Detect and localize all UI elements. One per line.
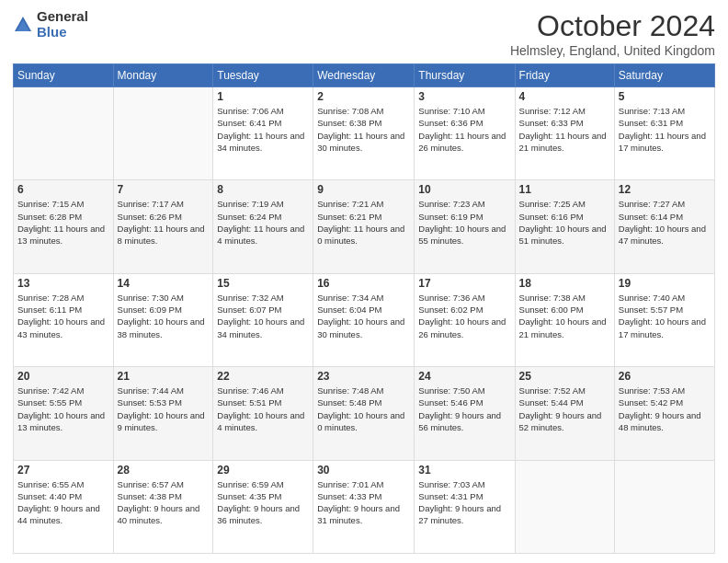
calendar-cell: 24Sunrise: 7:50 AMSunset: 5:46 PMDayligh… [415, 367, 515, 460]
day-detail: Sunrise: 7:03 AMSunset: 4:31 PMDaylight:… [418, 479, 501, 526]
day-number: 14 [118, 277, 210, 290]
day-number: 27 [17, 464, 109, 477]
calendar-cell: 16Sunrise: 7:34 AMSunset: 6:04 PMDayligh… [313, 273, 415, 366]
calendar-header-monday: Monday [113, 64, 213, 87]
calendar-header-row: SundayMondayTuesdayWednesdayThursdayFrid… [14, 64, 715, 87]
day-detail: Sunrise: 7:06 AMSunset: 6:41 PMDaylight:… [217, 106, 304, 153]
day-number: 10 [418, 183, 510, 196]
calendar-week-4: 20Sunrise: 7:42 AMSunset: 5:55 PMDayligh… [14, 367, 715, 460]
day-number: 5 [619, 90, 711, 103]
day-detail: Sunrise: 7:21 AMSunset: 6:21 PMDaylight:… [317, 199, 404, 246]
calendar-cell: 8Sunrise: 7:19 AMSunset: 6:24 PMDaylight… [213, 180, 313, 273]
day-number: 24 [418, 370, 510, 383]
header: General Blue October 2024 Helmsley, Engl… [13, 9, 715, 58]
day-number: 9 [317, 183, 410, 196]
day-number: 3 [418, 90, 510, 103]
day-number: 13 [17, 277, 109, 290]
calendar-cell: 15Sunrise: 7:32 AMSunset: 6:07 PMDayligh… [213, 273, 313, 366]
calendar-cell: 30Sunrise: 7:01 AMSunset: 4:33 PMDayligh… [313, 460, 415, 553]
calendar-cell: 13Sunrise: 7:28 AMSunset: 6:11 PMDayligh… [14, 273, 114, 366]
day-number: 2 [317, 90, 410, 103]
day-number: 20 [17, 370, 109, 383]
day-number: 19 [619, 277, 711, 290]
day-number: 26 [619, 370, 711, 383]
calendar-cell: 7Sunrise: 7:17 AMSunset: 6:26 PMDaylight… [113, 180, 213, 273]
day-number: 12 [619, 183, 711, 196]
day-number: 22 [217, 370, 309, 383]
calendar-cell: 2Sunrise: 7:08 AMSunset: 6:38 PMDaylight… [313, 87, 415, 180]
day-detail: Sunrise: 7:12 AMSunset: 6:33 PMDaylight:… [519, 106, 607, 153]
day-detail: Sunrise: 7:10 AMSunset: 6:36 PMDaylight:… [418, 106, 506, 153]
calendar-cell: 18Sunrise: 7:38 AMSunset: 6:00 PMDayligh… [515, 273, 614, 366]
day-detail: Sunrise: 7:44 AMSunset: 5:53 PMDaylight:… [118, 385, 205, 432]
day-detail: Sunrise: 7:50 AMSunset: 5:46 PMDaylight:… [418, 385, 501, 432]
day-detail: Sunrise: 7:38 AMSunset: 6:00 PMDaylight:… [519, 293, 607, 339]
day-number: 11 [519, 183, 610, 196]
day-detail: Sunrise: 7:23 AMSunset: 6:19 PMDaylight:… [418, 199, 506, 246]
logo-text: General Blue [37, 9, 88, 40]
day-detail: Sunrise: 7:46 AMSunset: 5:51 PMDaylight:… [217, 385, 304, 432]
day-number: 6 [17, 183, 109, 196]
location: Helmsley, England, United Kingdom [510, 43, 715, 58]
day-number: 7 [118, 183, 210, 196]
day-detail: Sunrise: 7:30 AMSunset: 6:09 PMDaylight:… [118, 293, 205, 339]
calendar-cell: 1Sunrise: 7:06 AMSunset: 6:41 PMDaylight… [213, 87, 313, 180]
calendar-cell: 11Sunrise: 7:25 AMSunset: 6:16 PMDayligh… [515, 180, 614, 273]
calendar-cell: 20Sunrise: 7:42 AMSunset: 5:55 PMDayligh… [14, 367, 114, 460]
calendar-header-tuesday: Tuesday [213, 64, 313, 87]
day-detail: Sunrise: 7:27 AMSunset: 6:14 PMDaylight:… [619, 199, 706, 246]
day-detail: Sunrise: 7:19 AMSunset: 6:24 PMDaylight:… [217, 199, 304, 246]
day-number: 30 [317, 464, 410, 477]
day-detail: Sunrise: 7:28 AMSunset: 6:11 PMDaylight:… [17, 293, 105, 339]
day-number: 18 [519, 277, 610, 290]
day-detail: Sunrise: 7:25 AMSunset: 6:16 PMDaylight:… [519, 199, 607, 246]
calendar-cell: 10Sunrise: 7:23 AMSunset: 6:19 PMDayligh… [415, 180, 515, 273]
day-detail: Sunrise: 7:32 AMSunset: 6:07 PMDaylight:… [217, 293, 304, 339]
calendar-week-1: 1Sunrise: 7:06 AMSunset: 6:41 PMDaylight… [14, 87, 715, 180]
day-number: 8 [217, 183, 309, 196]
calendar-cell: 9Sunrise: 7:21 AMSunset: 6:21 PMDaylight… [313, 180, 415, 273]
calendar-cell: 31Sunrise: 7:03 AMSunset: 4:31 PMDayligh… [415, 460, 515, 553]
calendar-cell [113, 87, 213, 180]
day-number: 21 [118, 370, 210, 383]
calendar-cell: 28Sunrise: 6:57 AMSunset: 4:38 PMDayligh… [113, 460, 213, 553]
day-detail: Sunrise: 7:34 AMSunset: 6:04 PMDaylight:… [317, 293, 404, 339]
calendar-header-sunday: Sunday [14, 64, 114, 87]
calendar-cell: 23Sunrise: 7:48 AMSunset: 5:48 PMDayligh… [313, 367, 415, 460]
day-detail: Sunrise: 6:59 AMSunset: 4:35 PMDaylight:… [217, 479, 300, 526]
calendar-cell: 19Sunrise: 7:40 AMSunset: 5:57 PMDayligh… [614, 273, 714, 366]
day-detail: Sunrise: 7:42 AMSunset: 5:55 PMDaylight:… [17, 385, 105, 432]
calendar-cell: 26Sunrise: 7:53 AMSunset: 5:42 PMDayligh… [614, 367, 714, 460]
day-detail: Sunrise: 6:57 AMSunset: 4:38 PMDaylight:… [118, 479, 200, 526]
calendar-cell: 3Sunrise: 7:10 AMSunset: 6:36 PMDaylight… [415, 87, 515, 180]
calendar-cell: 21Sunrise: 7:44 AMSunset: 5:53 PMDayligh… [113, 367, 213, 460]
day-detail: Sunrise: 7:36 AMSunset: 6:02 PMDaylight:… [418, 293, 506, 339]
day-detail: Sunrise: 7:08 AMSunset: 6:38 PMDaylight:… [317, 106, 404, 153]
calendar-cell: 17Sunrise: 7:36 AMSunset: 6:02 PMDayligh… [415, 273, 515, 366]
day-number: 25 [519, 370, 610, 383]
day-detail: Sunrise: 7:01 AMSunset: 4:33 PMDaylight:… [317, 479, 400, 526]
day-number: 31 [418, 464, 510, 477]
calendar-cell: 27Sunrise: 6:55 AMSunset: 4:40 PMDayligh… [14, 460, 114, 553]
calendar-cell: 25Sunrise: 7:52 AMSunset: 5:44 PMDayligh… [515, 367, 614, 460]
day-number: 1 [217, 90, 309, 103]
calendar-cell: 6Sunrise: 7:15 AMSunset: 6:28 PMDaylight… [14, 180, 114, 273]
day-detail: Sunrise: 7:13 AMSunset: 6:31 PMDaylight:… [619, 106, 706, 153]
calendar-table: SundayMondayTuesdayWednesdayThursdayFrid… [13, 63, 715, 554]
day-detail: Sunrise: 7:40 AMSunset: 5:57 PMDaylight:… [619, 293, 706, 339]
logo-blue: Blue [37, 25, 88, 40]
day-detail: Sunrise: 6:55 AMSunset: 4:40 PMDaylight:… [17, 479, 100, 526]
day-number: 16 [317, 277, 410, 290]
day-number: 4 [519, 90, 610, 103]
day-number: 15 [217, 277, 309, 290]
calendar-week-2: 6Sunrise: 7:15 AMSunset: 6:28 PMDaylight… [14, 180, 715, 273]
page: General Blue October 2024 Helmsley, Engl… [0, 0, 728, 563]
calendar-cell [515, 460, 614, 553]
calendar-cell [14, 87, 114, 180]
day-number: 28 [118, 464, 210, 477]
calendar-cell: 12Sunrise: 7:27 AMSunset: 6:14 PMDayligh… [614, 180, 714, 273]
title-block: October 2024 Helmsley, England, United K… [510, 9, 715, 58]
calendar-header-friday: Friday [515, 64, 614, 87]
calendar-week-3: 13Sunrise: 7:28 AMSunset: 6:11 PMDayligh… [14, 273, 715, 366]
calendar-cell: 29Sunrise: 6:59 AMSunset: 4:35 PMDayligh… [213, 460, 313, 553]
